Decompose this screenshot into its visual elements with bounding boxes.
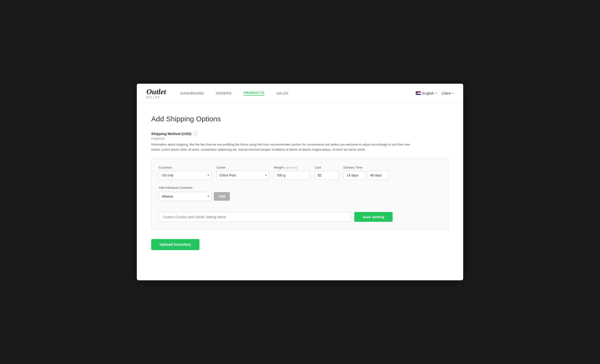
weight-input[interactable]	[274, 171, 310, 180]
countries-field-group: Countries US only Worldwide Europe Asia …	[159, 166, 211, 180]
main-content: Add Shipping Options Shipping Method (US…	[137, 103, 463, 262]
cost-label: Cost	[315, 166, 339, 169]
required-label: (required)	[151, 137, 449, 140]
add-country-button[interactable]: Add	[214, 192, 230, 201]
custom-name-input[interactable]	[159, 212, 351, 222]
carrier-select-wrapper: China Post FedEx UPS DHL ▾	[216, 171, 269, 180]
language-chevron-icon: ▾	[436, 92, 437, 94]
logo-sub: SELLER	[146, 96, 160, 99]
main-nav: DASHBOARD ORDERS PRODUCTS SALES	[180, 91, 416, 96]
weight-field-group: Weight (optional)	[274, 166, 310, 180]
user-selector[interactable]: Claire ▾	[442, 91, 454, 95]
user-label: Claire	[442, 91, 451, 95]
language-selector[interactable]: English ▾	[416, 91, 437, 95]
header-right: English ▾ Claire ▾	[416, 91, 454, 95]
individual-countries-row: Add Individual Countries Albania Austral…	[159, 186, 441, 201]
nav-item-orders[interactable]: ORDERS	[216, 91, 232, 95]
nav-item-products[interactable]: PRODUCTS	[244, 91, 264, 96]
countries-select-wrapper: US only Worldwide Europe Asia ▾	[159, 171, 211, 180]
shipping-main-row: Countries US only Worldwide Europe Asia …	[159, 166, 441, 180]
page-title: Add Shipping Options	[151, 115, 449, 123]
section-label-text: Shipping Method (USD)	[151, 132, 191, 136]
individual-countries-select[interactable]: Albania Australia Brazil Canada China Fr…	[159, 192, 211, 201]
delivery-label: Delivery Time	[343, 166, 389, 169]
carrier-select[interactable]: China Post FedEx UPS DHL	[216, 171, 269, 180]
app-window: Outlet SELLER DASHBOARD ORDERS PRODUCTS …	[137, 84, 463, 280]
carrier-field-group: Carrier China Post FedEx UPS DHL ▾	[216, 166, 269, 180]
delivery-min-input[interactable]	[343, 171, 365, 180]
countries-label: Countries	[159, 166, 211, 169]
nav-item-dashboard[interactable]: DASHBOARD	[180, 91, 204, 95]
header: Outlet SELLER DASHBOARD ORDERS PRODUCTS …	[137, 84, 463, 103]
delivery-field-group: Delivery Time	[343, 166, 389, 180]
nav-item-sales[interactable]: SALES	[276, 91, 289, 95]
cost-input[interactable]	[315, 171, 339, 180]
info-icon[interactable]: i	[193, 131, 197, 136]
section-label: Shipping Method (USD) i	[151, 131, 449, 136]
us-flag-icon	[416, 91, 421, 95]
save-row: Save Setting	[159, 207, 441, 222]
language-label: English	[422, 91, 434, 95]
shipping-card: Countries US only Worldwide Europe Asia …	[151, 158, 449, 229]
user-chevron-icon: ▾	[452, 92, 454, 94]
logo-text: Outlet	[146, 88, 166, 95]
carrier-label: Carrier	[216, 166, 269, 169]
weight-label: Weight (optional)	[274, 166, 310, 169]
upload-inventory-button[interactable]: Upload Inventory	[151, 239, 199, 250]
delivery-max-input[interactable]	[367, 171, 389, 180]
save-setting-button[interactable]: Save Setting	[354, 212, 393, 222]
individual-input-row: Albania Australia Brazil Canada China Fr…	[159, 192, 441, 201]
description-text: Information about shipping, like the fac…	[151, 142, 415, 152]
logo: Outlet SELLER	[146, 88, 166, 99]
delivery-row	[343, 171, 389, 180]
individual-select-wrapper: Albania Australia Brazil Canada China Fr…	[159, 192, 211, 201]
cost-field-group: Cost	[315, 166, 339, 180]
individual-countries-label: Add Individual Countries	[159, 186, 441, 190]
countries-select[interactable]: US only Worldwide Europe Asia	[159, 171, 211, 180]
